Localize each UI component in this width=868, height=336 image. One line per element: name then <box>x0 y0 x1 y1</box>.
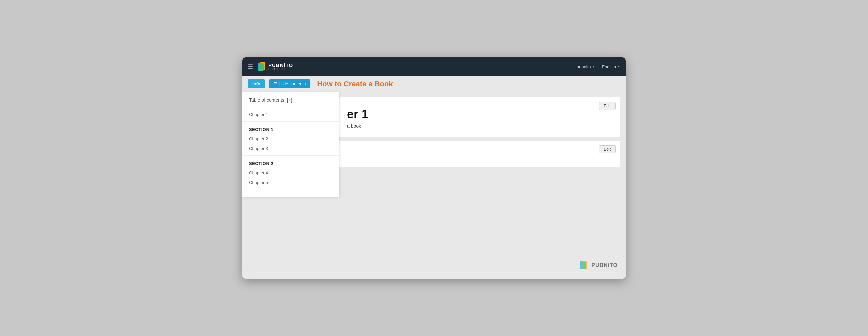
svg-rect-5 <box>581 262 586 269</box>
toc-header: Table of contents [×] <box>242 92 339 107</box>
main-area: Table of contents [×] Chapter 1 SECTION … <box>242 92 626 252</box>
toc-title: Table of contents [×] <box>249 97 292 103</box>
app-window: ☰ PUBNiTO STUDIO pubnito ▼ English <box>242 57 626 279</box>
chapter-description: a book <box>347 123 612 129</box>
info-button[interactable]: Info <box>248 79 265 88</box>
hamburger-icon[interactable]: ☰ <box>248 63 253 70</box>
toc-item-chapter4[interactable]: Chapter 4 <box>242 168 339 178</box>
toc-close-bracket[interactable]: [×] <box>287 97 292 103</box>
lang-dropdown-arrow: ▼ <box>617 65 620 68</box>
hide-contents-label: Hide contents <box>279 81 306 86</box>
hide-contents-button[interactable]: ☰ Hide contents <box>269 79 311 88</box>
edit-button-1[interactable]: Edit <box>599 102 616 110</box>
user-dropdown-arrow: ▼ <box>592 65 595 68</box>
toc-divider-2 <box>242 155 339 156</box>
toc-list: Chapter 1 SECTION 1 Chapter 2 Chapter 3 … <box>242 107 339 190</box>
svg-rect-2 <box>259 63 264 71</box>
toc-item-section1: SECTION 1 <box>242 124 339 134</box>
user-label: pubnito <box>577 64 591 69</box>
footer-logo: PUBNiTO <box>579 260 618 271</box>
content-section-1: Edit er 1 a book <box>339 97 620 138</box>
toc-item-section2: SECTION 2 <box>242 158 339 168</box>
content-section-2: Edit <box>339 141 620 167</box>
toc-panel: Table of contents [×] Chapter 1 SECTION … <box>242 92 339 197</box>
toc-item-chapter5[interactable]: Chapter 5 <box>242 178 339 187</box>
toolbar: Info ☰ Hide contents How to Create a Boo… <box>242 76 626 92</box>
nav-user[interactable]: pubnito ▼ <box>577 64 595 69</box>
edit-button-2[interactable]: Edit <box>599 145 616 153</box>
footer-area: PUBNiTO <box>242 252 626 279</box>
footer-logo-text: PUBNiTO <box>591 262 618 268</box>
logo-icon <box>257 61 266 72</box>
logo-text: PUBNiTO STUDIO <box>268 63 293 71</box>
nav-lang[interactable]: English ▼ <box>602 64 620 69</box>
logo-pubnito: PUBNiTO <box>268 63 293 68</box>
list-icon: ☰ <box>274 82 277 86</box>
toc-item-chapter3[interactable]: Chapter 3 <box>242 144 339 153</box>
toc-item-chapter2[interactable]: Chapter 2 <box>242 134 339 144</box>
page-title: How to Create a Book <box>317 80 393 88</box>
navbar-left: ☰ PUBNiTO STUDIO <box>248 61 293 72</box>
toc-item-chapter1[interactable]: Chapter 1 <box>242 110 339 119</box>
logo: PUBNiTO STUDIO <box>257 61 293 72</box>
toc-divider-1 <box>242 121 339 122</box>
lang-label: English <box>602 64 616 69</box>
navbar: ☰ PUBNiTO STUDIO pubnito ▼ English <box>242 57 626 76</box>
toc-title-text: Table of contents <box>249 97 284 103</box>
navbar-right: pubnito ▼ English ▼ <box>577 64 620 69</box>
chapter-heading: er 1 <box>347 107 612 121</box>
logo-studio: STUDIO <box>268 68 293 71</box>
footer-logo-icon <box>579 260 589 271</box>
